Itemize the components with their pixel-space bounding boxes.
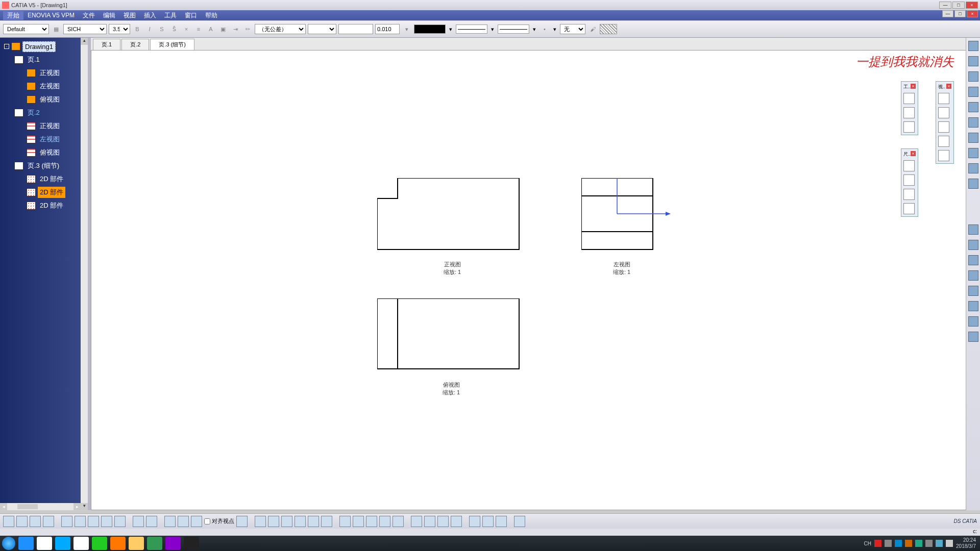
tree-sheet[interactable]: 页.2 (0, 106, 88, 119)
icon[interactable] (451, 516, 462, 527)
tree-item[interactable]: 2D 部件 (0, 199, 88, 212)
icon[interactable] (321, 516, 332, 527)
toolbox-close-icon[interactable]: × (911, 151, 916, 156)
toolbox-views[interactable]: 视..× (936, 81, 954, 164)
toolbox-close-icon[interactable]: × (946, 84, 951, 89)
icon[interactable] (366, 516, 377, 527)
open-icon[interactable] (16, 516, 28, 527)
tool-icon[interactable] (903, 107, 915, 118)
tree-view-label[interactable]: 俯视图 (38, 94, 62, 105)
icon[interactable] (339, 516, 351, 527)
toolbox-close-icon[interactable]: × (911, 84, 916, 89)
indent-icon[interactable]: ⇥ (230, 24, 240, 34)
taskbar-onenote-icon[interactable] (165, 537, 181, 550)
tab-sheet3[interactable]: 页.3 (细节) (150, 39, 194, 50)
menu-edit[interactable]: 编辑 (99, 11, 119, 20)
super-button[interactable]: × (181, 24, 191, 34)
scroll-right-icon[interactable]: ▸ (74, 503, 81, 510)
specification-tree[interactable]: - Drawing1 页.1 正视图 左视图 俯视图 页.2 正视图 左视图 俯… (0, 38, 88, 510)
tool-icon[interactable] (903, 203, 915, 214)
tray-icon[interactable] (905, 540, 912, 547)
grid-toggle-icon[interactable] (411, 516, 422, 527)
overline-button[interactable]: S̄ (169, 24, 179, 34)
toolbox-dimension[interactable]: 尺..× (901, 148, 918, 217)
vtool-icon[interactable] (968, 240, 978, 250)
vtool-icon[interactable] (968, 286, 978, 296)
icon[interactable] (379, 516, 390, 527)
vtool-icon[interactable] (968, 87, 978, 97)
icon[interactable] (178, 516, 189, 527)
tree-root-label[interactable]: Drawing1 (22, 41, 56, 52)
cut-icon[interactable] (61, 516, 72, 527)
grid-icon[interactable] (164, 516, 176, 527)
icon[interactable] (424, 516, 435, 527)
normal-view-icon[interactable] (308, 516, 319, 527)
minimize-button[interactable]: — (939, 2, 951, 9)
taskbar-app-icon[interactable] (55, 537, 70, 550)
vtool-text-icon[interactable] (968, 102, 978, 112)
tree-item-label[interactable]: 2D 部件 (38, 173, 65, 185)
tray-icon[interactable] (874, 540, 881, 547)
doc-maximize-button[interactable]: □ (954, 10, 966, 17)
vtool-icon[interactable] (968, 316, 978, 327)
font-size-select[interactable]: 3.5 (109, 24, 130, 34)
scroll-up-icon[interactable]: ▴ (81, 38, 88, 45)
icon[interactable] (482, 516, 494, 527)
italic-button[interactable]: I (144, 24, 155, 34)
bold-button[interactable]: B (132, 24, 142, 34)
close-button[interactable]: × (966, 2, 978, 9)
line-type-swatch[interactable] (456, 24, 487, 34)
redo-icon[interactable] (114, 516, 126, 527)
taskbar-wechat-icon[interactable] (92, 537, 107, 550)
taskbar-clock[interactable]: 20:24 2018/3/7 (956, 537, 978, 549)
toolbox-tools[interactable]: 工..× (901, 81, 918, 135)
vtool-icon[interactable] (968, 224, 978, 235)
tool-icon[interactable] (903, 174, 915, 186)
vtool-icon[interactable] (968, 301, 978, 311)
new-icon[interactable] (3, 516, 14, 527)
snap-viewpoint-checkbox[interactable]: 对齐视点 (204, 517, 234, 525)
doc-close-button[interactable]: × (967, 10, 978, 17)
vtool-icon[interactable] (968, 117, 978, 128)
tree-root[interactable]: - Drawing1 (0, 40, 88, 53)
formula-icon[interactable] (133, 516, 144, 527)
tree-view[interactable]: 正视图 (0, 66, 88, 80)
tray-icon[interactable] (895, 540, 902, 547)
tray-icon[interactable] (925, 540, 933, 547)
doc-minimize-button[interactable]: — (942, 10, 953, 17)
taskbar-qq-icon[interactable] (37, 537, 52, 550)
tree-vscrollbar[interactable]: ▴▾ (81, 38, 88, 510)
drawing-canvas[interactable]: 一提到我我就消失 工..× 视..× 尺..× (91, 50, 980, 510)
lineweight-dropdown-icon[interactable]: ▾ (531, 26, 537, 33)
maximize-button[interactable]: □ (952, 2, 965, 9)
vtool-table-icon[interactable] (968, 133, 978, 143)
color-dropdown-icon[interactable]: ▾ (448, 26, 454, 33)
scroll-left-icon[interactable]: ◂ (0, 503, 7, 510)
icon[interactable] (236, 516, 248, 527)
tree-view[interactable]: 正视图 (0, 119, 88, 133)
menu-help[interactable]: 帮助 (201, 11, 222, 20)
hatch-swatch[interactable] (600, 24, 617, 34)
linetype-dropdown-icon[interactable]: ▾ (489, 26, 496, 33)
line-color-swatch[interactable] (414, 24, 446, 34)
tool-icon[interactable] (938, 136, 949, 147)
save-icon[interactable] (30, 516, 41, 527)
tree-view[interactable]: 俯视图 (0, 93, 88, 106)
tray-network-icon[interactable] (936, 540, 943, 547)
tree-view-label[interactable]: 左视图 (38, 81, 62, 92)
taskbar-chrome-icon[interactable] (74, 537, 89, 550)
vtool-icon[interactable] (968, 332, 978, 342)
line-weight-swatch[interactable] (498, 24, 529, 34)
tool-icon[interactable] (938, 121, 949, 133)
tree-item[interactable]: 2D 部件 (0, 172, 88, 186)
scroll-down-icon[interactable]: ▾ (81, 503, 88, 510)
taskbar-app-icon[interactable] (18, 537, 34, 550)
zoom-in-icon[interactable] (281, 516, 292, 527)
highlight-icon[interactable]: ▣ (218, 24, 228, 34)
vtool-icon[interactable] (968, 270, 978, 281)
tree-sheet-label[interactable]: 页.1 (26, 54, 42, 65)
menu-view[interactable]: 视图 (119, 11, 140, 20)
tray-icon[interactable] (885, 540, 892, 547)
font-select[interactable]: SICH (63, 24, 107, 34)
tree-item-label[interactable]: 2D 部件 (38, 187, 65, 198)
